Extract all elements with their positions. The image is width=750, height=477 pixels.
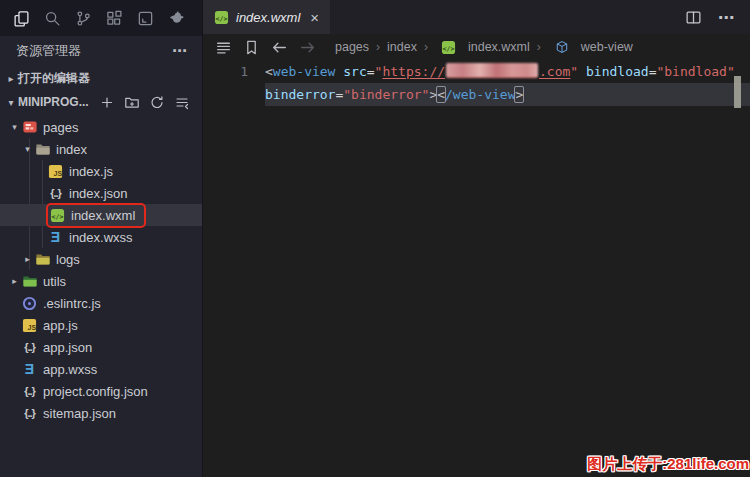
svg-text:JS: JS	[28, 324, 37, 331]
tree-item-logs[interactable]: ▸logs	[0, 248, 202, 270]
chevron-right-icon: ▸	[21, 254, 34, 264]
code-token: <	[437, 87, 445, 102]
code-line-content: binderror="binderror"></web-view>	[265, 83, 750, 106]
code-token: src	[343, 64, 366, 79]
tree-item-index.wxml[interactable]: </>index.wxml	[0, 204, 202, 226]
open-editors-label: 打开的编辑器	[18, 70, 90, 87]
chevron-right-icon: ▸	[4, 73, 18, 84]
editor-toolbar: pages›index›</>index.wxml›web-view	[203, 34, 750, 60]
open-editors-section[interactable]: ▸ 打开的编辑器	[0, 66, 202, 90]
more-icon[interactable]: ⋯	[718, 8, 734, 27]
code-token: /web-view	[445, 87, 515, 102]
explorer-header: 资源管理器 ⋯	[0, 36, 202, 66]
code-token: "bindload"	[656, 64, 734, 79]
tree-item-label: project.config.json	[43, 384, 148, 399]
new-file-icon[interactable]	[99, 94, 115, 110]
project-section[interactable]: ▾ MINIPROG...	[0, 90, 202, 114]
tree-item-label: app.js	[43, 318, 78, 333]
editor-scrollbar[interactable]	[734, 76, 741, 108]
tab-label: index.wxml	[236, 10, 300, 25]
tree-item-.eslintrc.js[interactable]: .eslintrc.js	[0, 292, 202, 314]
tree-item-label: index.js	[69, 164, 113, 179]
activity-search-icon[interactable]	[37, 4, 68, 32]
editor-area[interactable]: </> index.wxml × ⋯ pages›index›</>index.…	[202, 0, 750, 477]
svg-text:</>: </>	[443, 44, 455, 52]
tree-item-utils[interactable]: ▸utils	[0, 270, 202, 292]
split-editor-icon[interactable]	[685, 9, 702, 26]
tree-item-label: logs	[56, 252, 80, 267]
new-folder-icon[interactable]	[124, 94, 140, 110]
wechat-devtools-window: 资源管理器 ⋯ ▸ 打开的编辑器 ▾ MINIPROG... ▾pages▾in…	[0, 0, 750, 477]
refresh-icon[interactable]	[149, 94, 165, 110]
chevron-down-icon: ▾	[21, 144, 34, 154]
code-token: web-view	[273, 64, 336, 79]
tree-item-label: utils	[43, 274, 66, 289]
arrow-left-icon[interactable]	[269, 39, 289, 56]
watermark: 图片上传于:281life.com	[587, 455, 749, 474]
code-editor[interactable]: 1<web-view src="https://.com" bindload="…	[203, 60, 750, 106]
list-icon[interactable]	[213, 39, 233, 56]
eslint-file-icon	[21, 295, 38, 311]
annotation-red-box: </>index.wxml	[46, 203, 146, 228]
breadcrumb-label: pages	[335, 40, 369, 54]
line-number: 1	[203, 60, 265, 83]
breadcrumb-item-index.wxml[interactable]: </>index.wxml	[435, 40, 530, 55]
arrow-right-icon[interactable]	[297, 39, 317, 56]
tree-item-index[interactable]: ▾index	[0, 138, 202, 160]
breadcrumb-separator: ›	[376, 40, 380, 54]
breadcrumb-item-web-view[interactable]: web-view	[548, 40, 633, 54]
breadcrumb-item-pages[interactable]: pages	[335, 40, 369, 54]
tree-item-label: app.wxss	[43, 362, 97, 377]
activity-files-icon[interactable]	[6, 4, 37, 32]
code-token: "	[570, 64, 578, 79]
breadcrumb: pages›index›</>index.wxml›web-view	[335, 40, 633, 55]
activity-source-control-icon[interactable]	[68, 4, 99, 32]
activity-teapot-icon[interactable]	[161, 4, 192, 32]
tree-item-index.js[interactable]: JSindex.js	[0, 160, 202, 182]
json-file-icon: {..}	[47, 185, 64, 201]
folder-icon	[34, 141, 51, 157]
pages-folder-icon	[21, 119, 38, 135]
tree-item-app.js[interactable]: JSapp.js	[0, 314, 202, 336]
code-token: >	[515, 87, 523, 102]
json-file-icon: {..}	[21, 405, 38, 421]
editor-actions: ⋯	[685, 0, 750, 34]
svg-text:JS: JS	[54, 170, 63, 177]
tree-item-index.json[interactable]: {..}index.json	[0, 182, 202, 204]
symbol-cube-icon	[552, 40, 572, 54]
wxml-file-icon: </>	[439, 40, 459, 55]
tree-item-pages[interactable]: ▾pages	[0, 116, 202, 138]
json-file-icon: {..}	[21, 383, 38, 399]
activity-panel-icon[interactable]	[130, 4, 161, 32]
activity-extensions-icon[interactable]	[99, 4, 130, 32]
code-token: https://	[382, 64, 445, 79]
tree-item-index.wxss[interactable]: Ǝindex.wxss	[0, 226, 202, 248]
utils-folder-icon	[21, 273, 38, 289]
tree-item-label: pages	[43, 120, 78, 135]
panel-icon	[137, 10, 154, 27]
breadcrumb-label: index.wxml	[468, 40, 530, 54]
bookmark-icon[interactable]	[241, 39, 261, 56]
tree-item-project.config.json[interactable]: {..}project.config.json	[0, 380, 202, 402]
project-actions	[99, 94, 198, 110]
tree-item-label: index.wxss	[69, 230, 133, 245]
code-token: <	[265, 64, 273, 79]
code-token: =	[367, 64, 375, 79]
collapse-all-icon[interactable]	[174, 94, 190, 110]
tab-index-wxml[interactable]: </> index.wxml ×	[203, 0, 330, 34]
code-token: bindload	[586, 64, 649, 79]
tree-item-app.json[interactable]: {..}app.json	[0, 336, 202, 358]
tree-item-sitemap.json[interactable]: {..}sitemap.json	[0, 402, 202, 424]
tree-item-app.wxss[interactable]: Ǝapp.wxss	[0, 358, 202, 380]
breadcrumb-item-index[interactable]: index	[387, 40, 417, 54]
extensions-icon	[106, 10, 123, 27]
tree-item-label: app.json	[43, 340, 92, 355]
line-number	[203, 83, 265, 106]
tree-item-label: .eslintrc.js	[43, 296, 101, 311]
wxml-file-icon: </>	[49, 207, 66, 223]
close-icon[interactable]: ×	[310, 10, 319, 25]
svg-text:</>: </>	[52, 212, 64, 220]
activity-bar	[0, 0, 202, 36]
more-icon[interactable]: ⋯	[172, 42, 188, 60]
js-file-icon: JS	[47, 163, 64, 179]
